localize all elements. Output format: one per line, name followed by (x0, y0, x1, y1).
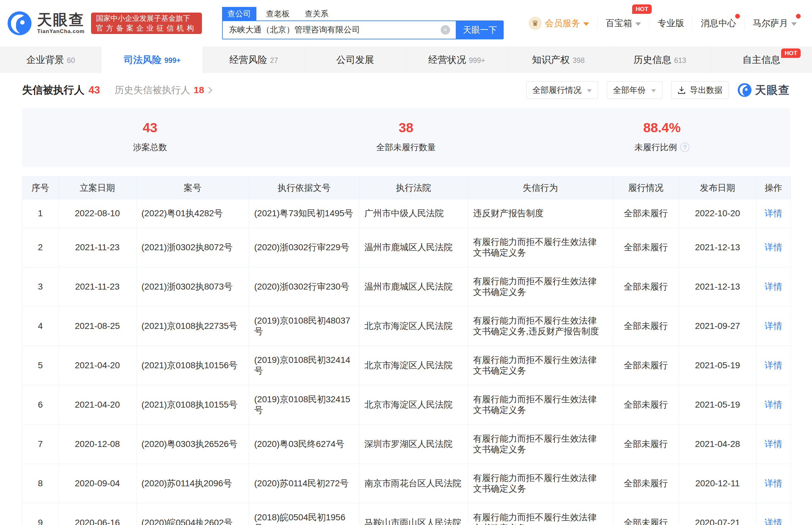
stat-value: 43 (22, 120, 278, 135)
cell-seq: 3 (23, 267, 59, 306)
detail-link[interactable]: 详情 (765, 360, 782, 370)
tab-3[interactable]: 经营风险27 (203, 47, 305, 73)
cell-case-no: (2021)京0108执22735号 (136, 306, 249, 346)
main-content: 失信被执行人 43 历史失信被执行人 18 全部履行情况 全部年份 导出数据 (0, 80, 812, 525)
detail-link[interactable]: 详情 (765, 518, 782, 525)
nav-item-1[interactable]: ♛会员服务 (520, 16, 597, 30)
table-row: 22021-11-23(2021)浙0302执8072号(2020)浙0302行… (23, 228, 791, 267)
col-filing-date: 立案日期 (59, 177, 136, 199)
top-nav: ♛会员服务百宝箱HOT专业版消息中心马尔萨月 (520, 16, 805, 30)
cell-filing-date: 2020-12-08 (59, 424, 136, 464)
nav-item-4[interactable]: 消息中心 (692, 16, 744, 30)
search-tab-2[interactable]: 查老板 (261, 7, 295, 20)
tab-7[interactable]: 历史信息613 (609, 47, 711, 73)
clear-search-icon[interactable]: × (441, 25, 450, 35)
detail-link[interactable]: 详情 (765, 242, 782, 252)
year-filter-select[interactable]: 全部年份 (607, 81, 662, 99)
cell-seq: 1 (23, 199, 59, 228)
col-basis-doc-no: 执行依据文号 (249, 177, 359, 199)
tab-label: 历史信息 (634, 54, 671, 66)
detail-link[interactable]: 详情 (765, 400, 782, 409)
chevron-down-icon (583, 22, 589, 26)
tab-6[interactable]: 知识产权398 (508, 47, 609, 73)
notification-dot (735, 14, 740, 18)
cell-action: 详情 (756, 228, 791, 267)
fulfillment-filter-select[interactable]: 全部履行情况 (526, 81, 598, 99)
tab-4[interactable]: 公司发展 (305, 47, 406, 73)
search-button[interactable]: 天眼一下 (456, 20, 504, 39)
section-header: 失信被执行人 43 历史失信被执行人 18 全部履行情况 全部年份 导出数据 (22, 80, 790, 100)
nav-item-label: 消息中心 (701, 17, 736, 29)
stat-label-row: 全部未履行数量 (278, 141, 534, 153)
tab-8[interactable]: 自主信息HOT (711, 47, 812, 73)
tab-2[interactable]: 司法风险999+ (101, 47, 203, 73)
cell-publish-date: 2020-12-11 (679, 464, 756, 503)
detail-link[interactable]: 详情 (765, 282, 782, 291)
col-behavior: 失信行为 (468, 177, 613, 199)
tab-count: 398 (572, 56, 584, 65)
cell-court: 深圳市罗湖区人民法院 (359, 424, 468, 464)
cell-case-no: (2022)粤01执4282号 (136, 199, 249, 228)
col-court: 执行法院 (359, 177, 468, 199)
cell-action: 详情 (756, 346, 791, 385)
table-header-row: 序号立案日期案号执行依据文号执行法院失信行为履行情况发布日期操作 (23, 177, 791, 199)
tab-5[interactable]: 经营状况999+ (406, 47, 508, 73)
cell-court: 北京市海淀区人民法院 (359, 306, 468, 346)
col-publish-date: 发布日期 (679, 177, 756, 199)
tianyancha-logo-icon (7, 11, 32, 36)
cell-seq: 8 (23, 464, 59, 503)
watermark-logo: 天眼查 (737, 83, 790, 97)
nav-item-5[interactable]: 马尔萨月 (744, 16, 805, 30)
export-data-label: 导出数据 (690, 85, 723, 96)
tab-count: 60 (67, 56, 75, 65)
cell-filing-date: 2021-11-23 (59, 267, 136, 306)
search-tab-1[interactable]: 查公司 (222, 7, 256, 20)
detail-link[interactable]: 详情 (765, 478, 782, 488)
help-icon[interactable]: ? (680, 142, 690, 152)
tianyancha-logo[interactable]: 天眼查 TianYanCha.com (7, 11, 85, 36)
cell-fulfillment: 全部未履行 (613, 199, 679, 228)
cell-fulfillment: 全部未履行 (613, 228, 679, 267)
tab-count: 999+ (164, 56, 181, 65)
stat-label-row: 未履行比例? (534, 141, 790, 153)
cell-court: 广州市中级人民法院 (359, 199, 468, 228)
cell-filing-date: 2021-08-25 (59, 306, 136, 346)
cell-seq: 9 (23, 503, 59, 525)
export-data-button[interactable]: 导出数据 (671, 81, 728, 99)
tab-label: 自主信息 (742, 54, 780, 66)
cell-behavior: 有履行能力而拒不履行生效法律文书确定义务 (468, 346, 613, 385)
tab-1[interactable]: 企业背景60 (0, 47, 101, 73)
detail-link[interactable]: 详情 (765, 208, 782, 218)
gov-badge-line1: 国家中小企业发展子基金旗下 (96, 14, 197, 23)
cell-basis-doc-no: (2020)浙0302行审230号 (249, 267, 359, 306)
table-row: 32021-11-23(2021)浙0302执8073号(2020)浙0302行… (23, 267, 791, 306)
table-row: 72020-12-08(2020)粤0303执26526号(2020)粤03民终… (23, 424, 791, 464)
cell-behavior: 有履行能力而拒不履行生效法律文书确定义务 (468, 385, 613, 424)
stat-2: 38全部未履行数量 (278, 120, 534, 153)
section-title: 失信被执行人 (22, 83, 84, 97)
table-row: 92020-06-16(2020)皖0504执2602号(2018)皖0504民… (23, 503, 791, 525)
section-count: 43 (88, 84, 100, 96)
nav-item-2[interactable]: 百宝箱HOT (597, 16, 649, 30)
cell-seq: 6 (23, 385, 59, 424)
detail-link[interactable]: 详情 (765, 321, 782, 331)
cell-court: 南京市雨花台区人民法院 (359, 464, 468, 503)
top-header: 天眼查 TianYanCha.com 国家中小企业发展子基金旗下 官方备案企业征… (0, 0, 812, 47)
search-tab-3[interactable]: 查关系 (300, 7, 334, 20)
cell-case-no: (2020)苏0114执2096号 (136, 464, 249, 503)
detail-link[interactable]: 详情 (765, 439, 782, 449)
stat-3: 88.4%未履行比例? (534, 120, 790, 153)
cell-behavior: 有履行能力而拒不履行生效法律文书确定义务 (468, 267, 613, 306)
cell-action: 详情 (756, 464, 791, 503)
stat-label: 未履行比例 (634, 141, 677, 153)
cell-case-no: (2021)京0108执10156号 (136, 346, 249, 385)
hot-badge: HOT (632, 4, 652, 14)
cell-basis-doc-no: (2019)京0108民初32415号 (249, 385, 359, 424)
table-row: 42021-08-25(2021)京0108执22735号(2019)京0108… (23, 306, 791, 346)
history-link[interactable]: 历史失信被执行人 18 (115, 84, 211, 96)
gov-certification-badge: 国家中小企业发展子基金旗下 官方备案企业征信机构 (91, 13, 202, 34)
nav-item-3[interactable]: 专业版 (649, 16, 692, 30)
cell-case-no: (2020)皖0504执2602号 (136, 503, 249, 525)
search-input[interactable] (222, 20, 456, 39)
tab-count: 613 (674, 56, 686, 65)
